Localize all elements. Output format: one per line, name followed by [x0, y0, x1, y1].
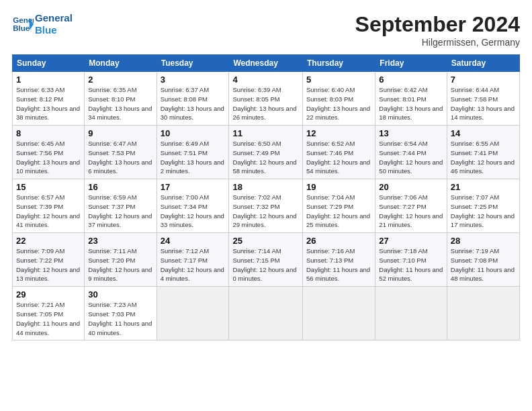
calendar-cell: 23Sunrise: 7:11 AMSunset: 7:20 PMDayligh…	[85, 233, 157, 287]
calendar-cell: 18Sunrise: 7:02 AMSunset: 7:32 PMDayligh…	[229, 179, 303, 233]
calendar-cell	[157, 287, 229, 340]
day-number: 17	[161, 182, 226, 192]
day-info: Sunrise: 6:33 AMSunset: 8:12 PMDaylight:…	[16, 85, 81, 122]
calendar-cell: 3Sunrise: 6:37 AMSunset: 8:08 PMDaylight…	[157, 72, 229, 126]
day-info: Sunrise: 7:11 AMSunset: 7:20 PMDaylight:…	[88, 246, 152, 283]
svg-text:Blue: Blue	[13, 24, 30, 32]
day-info: Sunrise: 7:14 AMSunset: 7:15 PMDaylight:…	[232, 246, 299, 283]
calendar-cell: 25Sunrise: 7:14 AMSunset: 7:15 PMDayligh…	[229, 233, 303, 287]
day-number: 21	[451, 182, 516, 192]
day-number: 14	[451, 128, 516, 138]
logo-text-block: General Blue	[35, 12, 73, 36]
calendar-cell	[447, 287, 519, 340]
day-info: Sunrise: 7:19 AMSunset: 7:08 PMDaylight:…	[451, 246, 516, 283]
day-info: Sunrise: 6:47 AMSunset: 7:53 PMDaylight:…	[88, 139, 152, 176]
day-number: 11	[232, 128, 299, 138]
calendar-cell: 14Sunrise: 6:55 AMSunset: 7:41 PMDayligh…	[447, 126, 519, 179]
header-cell-friday: Friday	[375, 55, 447, 72]
day-number: 18	[232, 182, 299, 192]
calendar-cell: 1Sunrise: 6:33 AMSunset: 8:12 PMDaylight…	[13, 72, 85, 126]
calendar-cell: 9Sunrise: 6:47 AMSunset: 7:53 PMDaylight…	[85, 126, 157, 179]
calendar-cell: 20Sunrise: 7:06 AMSunset: 7:27 PMDayligh…	[375, 179, 447, 233]
logo-icon: General Blue	[12, 13, 34, 35]
day-number: 20	[379, 182, 443, 192]
logo-line1: General	[35, 12, 73, 24]
day-number: 29	[16, 289, 81, 300]
day-number: 1	[16, 75, 81, 85]
calendar-cell: 11Sunrise: 6:50 AMSunset: 7:49 PMDayligh…	[229, 126, 303, 179]
logo: General Blue General Blue	[12, 12, 73, 36]
calendar-week-4: 22Sunrise: 7:09 AMSunset: 7:22 PMDayligh…	[13, 233, 520, 287]
day-info: Sunrise: 6:35 AMSunset: 8:10 PMDaylight:…	[88, 85, 152, 122]
day-number: 13	[379, 128, 443, 138]
day-info: Sunrise: 6:44 AMSunset: 7:58 PMDaylight:…	[451, 85, 516, 122]
day-info: Sunrise: 6:37 AMSunset: 8:08 PMDaylight:…	[161, 85, 226, 122]
calendar-cell: 12Sunrise: 6:52 AMSunset: 7:46 PMDayligh…	[303, 126, 375, 179]
calendar-cell: 21Sunrise: 7:07 AMSunset: 7:25 PMDayligh…	[447, 179, 519, 233]
calendar-cell: 6Sunrise: 6:42 AMSunset: 8:01 PMDaylight…	[375, 72, 447, 126]
day-number: 26	[306, 236, 371, 246]
day-number: 10	[161, 128, 226, 138]
day-number: 9	[88, 128, 152, 138]
day-number: 24	[161, 236, 226, 246]
calendar-cell: 2Sunrise: 6:35 AMSunset: 8:10 PMDaylight…	[85, 72, 157, 126]
calendar-cell: 22Sunrise: 7:09 AMSunset: 7:22 PMDayligh…	[13, 233, 85, 287]
calendar-week-3: 15Sunrise: 6:57 AMSunset: 7:39 PMDayligh…	[13, 179, 520, 233]
day-number: 4	[232, 75, 299, 85]
header-cell-wednesday: Wednesday	[229, 55, 303, 72]
day-info: Sunrise: 6:45 AMSunset: 7:56 PMDaylight:…	[16, 139, 81, 176]
calendar-cell: 29Sunrise: 7:21 AMSunset: 7:05 PMDayligh…	[13, 287, 85, 340]
day-number: 7	[451, 75, 516, 85]
calendar-table: SundayMondayTuesdayWednesdayThursdayFrid…	[12, 54, 520, 340]
calendar-week-1: 1Sunrise: 6:33 AMSunset: 8:12 PMDaylight…	[13, 72, 520, 126]
day-info: Sunrise: 7:16 AMSunset: 7:13 PMDaylight:…	[306, 246, 371, 283]
day-info: Sunrise: 7:09 AMSunset: 7:22 PMDaylight:…	[16, 246, 81, 283]
day-info: Sunrise: 6:39 AMSunset: 8:05 PMDaylight:…	[232, 85, 299, 122]
header: General Blue General Blue September 2024…	[12, 12, 520, 48]
calendar-cell: 19Sunrise: 7:04 AMSunset: 7:29 PMDayligh…	[303, 179, 375, 233]
day-info: Sunrise: 7:02 AMSunset: 7:32 PMDaylight:…	[232, 193, 299, 230]
day-info: Sunrise: 7:18 AMSunset: 7:10 PMDaylight:…	[379, 246, 443, 283]
calendar-cell: 24Sunrise: 7:12 AMSunset: 7:17 PMDayligh…	[157, 233, 229, 287]
calendar-cell: 10Sunrise: 6:49 AMSunset: 7:51 PMDayligh…	[157, 126, 229, 179]
calendar-cell: 30Sunrise: 7:23 AMSunset: 7:03 PMDayligh…	[85, 287, 157, 340]
header-cell-monday: Monday	[85, 55, 157, 72]
day-info: Sunrise: 6:55 AMSunset: 7:41 PMDaylight:…	[451, 139, 516, 176]
day-info: Sunrise: 6:42 AMSunset: 8:01 PMDaylight:…	[379, 85, 443, 122]
calendar-week-5: 29Sunrise: 7:21 AMSunset: 7:05 PMDayligh…	[13, 287, 520, 340]
day-number: 2	[88, 75, 152, 85]
calendar-cell	[303, 287, 375, 340]
calendar-cell: 17Sunrise: 7:00 AMSunset: 7:34 PMDayligh…	[157, 179, 229, 233]
calendar-cell: 13Sunrise: 6:54 AMSunset: 7:44 PMDayligh…	[375, 126, 447, 179]
calendar-header-row: SundayMondayTuesdayWednesdayThursdayFrid…	[13, 55, 520, 72]
logo-line2: Blue	[35, 24, 73, 36]
day-number: 30	[88, 289, 152, 300]
day-info: Sunrise: 7:12 AMSunset: 7:17 PMDaylight:…	[161, 246, 226, 283]
calendar-cell: 5Sunrise: 6:40 AMSunset: 8:03 PMDaylight…	[303, 72, 375, 126]
day-number: 15	[16, 182, 81, 192]
day-number: 3	[161, 75, 226, 85]
day-number: 12	[306, 128, 371, 138]
day-number: 16	[88, 182, 152, 192]
day-number: 6	[379, 75, 443, 85]
day-info: Sunrise: 7:21 AMSunset: 7:05 PMDaylight:…	[16, 300, 81, 337]
calendar-cell: 8Sunrise: 6:45 AMSunset: 7:56 PMDaylight…	[13, 126, 85, 179]
calendar-cell: 4Sunrise: 6:39 AMSunset: 8:05 PMDaylight…	[229, 72, 303, 126]
calendar-cell	[375, 287, 447, 340]
calendar-week-2: 8Sunrise: 6:45 AMSunset: 7:56 PMDaylight…	[13, 126, 520, 179]
day-info: Sunrise: 6:40 AMSunset: 8:03 PMDaylight:…	[306, 85, 371, 122]
calendar-cell: 16Sunrise: 6:59 AMSunset: 7:37 PMDayligh…	[85, 179, 157, 233]
day-number: 25	[232, 236, 299, 246]
calendar-cell: 15Sunrise: 6:57 AMSunset: 7:39 PMDayligh…	[13, 179, 85, 233]
day-info: Sunrise: 6:59 AMSunset: 7:37 PMDaylight:…	[88, 193, 152, 230]
calendar-cell: 26Sunrise: 7:16 AMSunset: 7:13 PMDayligh…	[303, 233, 375, 287]
day-number: 19	[306, 182, 371, 192]
day-info: Sunrise: 6:52 AMSunset: 7:46 PMDaylight:…	[306, 139, 371, 176]
day-info: Sunrise: 7:04 AMSunset: 7:29 PMDaylight:…	[306, 193, 371, 230]
day-number: 28	[451, 236, 516, 246]
location: Hilgermissen, Germany	[355, 37, 520, 48]
day-info: Sunrise: 6:50 AMSunset: 7:49 PMDaylight:…	[232, 139, 299, 176]
header-cell-saturday: Saturday	[447, 55, 519, 72]
calendar-page: General Blue General Blue September 2024…	[0, 0, 532, 411]
title-block: September 2024 Hilgermissen, Germany	[355, 12, 520, 48]
